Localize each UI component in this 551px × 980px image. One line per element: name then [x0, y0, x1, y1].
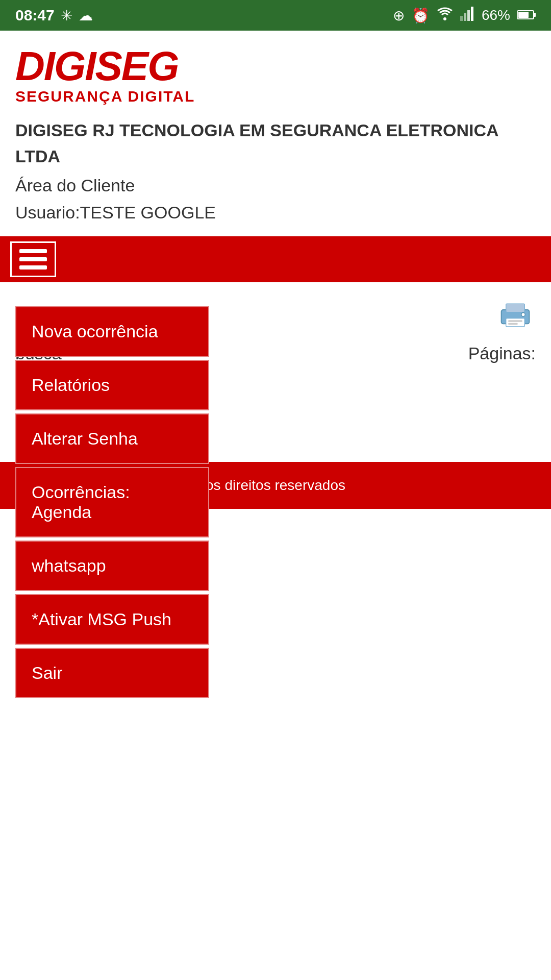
svg-rect-4 — [471, 7, 473, 21]
signal-icon — [460, 7, 474, 24]
svg-rect-11 — [508, 320, 522, 322]
wifi-icon — [437, 7, 453, 24]
menu-item-ocorrencias-agenda[interactable]: Ocorrências: Agenda — [15, 467, 209, 537]
header-logo-area: DIGISEG SEGURANÇA DIGITAL DIGISEG RJ TEC… — [0, 31, 551, 236]
svg-rect-7 — [518, 12, 529, 18]
logo-main-text: DIGISEG — [15, 46, 195, 87]
svg-rect-2 — [464, 13, 466, 21]
status-bar-right: ⊕ ⏰ 66% — [393, 7, 536, 24]
add-circle-icon: ⊕ — [393, 7, 405, 24]
print-button[interactable] — [495, 298, 536, 333]
battery-icon — [517, 7, 536, 23]
svg-point-0 — [443, 17, 446, 20]
menu-item-relatorios[interactable]: Relatórios — [15, 360, 209, 410]
menu-item-alterar-senha[interactable]: Alterar Senha — [15, 413, 209, 464]
nav-bar — [0, 236, 551, 282]
logo-subtitle: SEGURANÇA DIGITAL — [15, 88, 195, 105]
company-area: Área do Cliente — [15, 173, 536, 199]
status-time: 08:47 — [15, 7, 55, 24]
company-user: Usuario:TESTE GOOGLE — [15, 200, 536, 226]
svg-rect-12 — [508, 323, 517, 325]
battery-percent: 66% — [482, 7, 510, 23]
dropdown-menu: Nova ocorrência Relatórios Alterar Senha… — [15, 306, 209, 701]
svg-rect-9 — [506, 304, 525, 312]
cloud-icon: ☁ — [79, 7, 93, 24]
status-bar-left: 08:47 ✳ ☁ — [15, 7, 93, 24]
logo-block: DIGISEG SEGURANÇA DIGITAL — [15, 46, 536, 105]
menu-item-sair[interactable]: Sair — [15, 648, 209, 698]
hamburger-line-3 — [19, 265, 47, 270]
svg-rect-3 — [467, 10, 470, 21]
hamburger-button[interactable] — [10, 241, 56, 277]
svg-rect-1 — [460, 16, 463, 21]
svg-point-13 — [521, 313, 525, 316]
menu-item-whatsapp[interactable]: whatsapp — [15, 541, 209, 591]
menu-item-ativar-msg-push[interactable]: *Ativar MSG Push — [15, 594, 209, 645]
company-name: DIGISEG RJ TECNOLOGIA EM SEGURANCA ELETR… — [15, 117, 536, 169]
hamburger-line-2 — [19, 257, 47, 261]
pages-label: Páginas: — [468, 344, 536, 363]
app-container: DIGISEG SEGURANÇA DIGITAL DIGISEG RJ TEC… — [0, 31, 551, 980]
footer-text: os direitos reservados — [206, 477, 345, 493]
status-bar: 08:47 ✳ ☁ ⊕ ⏰ 66% — [0, 0, 551, 31]
svg-rect-10 — [506, 318, 525, 326]
svg-rect-6 — [534, 13, 536, 17]
alarm-icon: ⏰ — [412, 7, 430, 24]
logo-area: DIGISEG SEGURANÇA DIGITAL — [15, 46, 195, 105]
company-info: DIGISEG RJ TECNOLOGIA EM SEGURANCA ELETR… — [15, 117, 536, 226]
hamburger-line-1 — [19, 249, 47, 253]
menu-item-nova-ocorrencia[interactable]: Nova ocorrência — [15, 306, 209, 357]
fan-icon: ✳ — [61, 7, 72, 24]
